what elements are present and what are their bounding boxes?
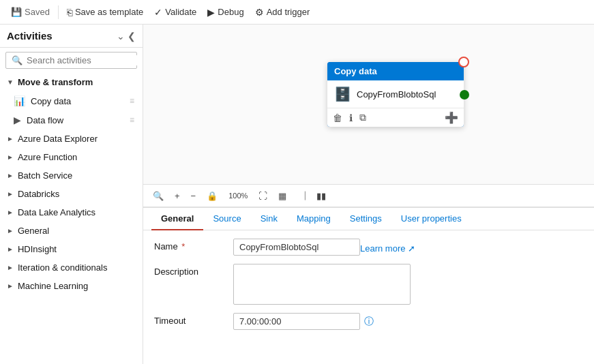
move-transform-label: Move & transform bbox=[18, 77, 93, 87]
copy-data-icon: 📊 bbox=[14, 95, 25, 106]
canvas-lock-button[interactable]: 🔒 bbox=[203, 188, 222, 204]
tab-sink[interactable]: Sink bbox=[251, 208, 287, 230]
debug-button[interactable]: ▶ Debug bbox=[202, 4, 249, 20]
description-label: Description bbox=[154, 264, 222, 277]
iteration-conditionals-chevron: ► bbox=[7, 264, 14, 271]
machine-learning-chevron: ► bbox=[7, 282, 14, 290]
move-transform-header[interactable]: ▼ Move & transform bbox=[0, 73, 143, 91]
canvas-add-button[interactable]: + bbox=[170, 188, 184, 204]
sidebar-item-data-flow[interactable]: ▶ Data flow ≡ bbox=[0, 110, 143, 130]
add-trigger-label: Add trigger bbox=[267, 7, 310, 17]
save-template-button[interactable]: ⎗ Save as template bbox=[61, 4, 149, 20]
tab-user-properties[interactable]: User properties bbox=[391, 208, 471, 230]
save-template-label: Save as template bbox=[75, 7, 143, 17]
azure-data-explorer-chevron: ► bbox=[7, 135, 14, 142]
canvas-fit-button[interactable]: ⛶ bbox=[254, 188, 271, 204]
timeout-info-icon[interactable]: ⓘ bbox=[364, 316, 374, 328]
node-info-icon[interactable]: ℹ bbox=[349, 112, 353, 123]
toolbar-divider-1 bbox=[58, 5, 59, 19]
copy-data-label: Copy data bbox=[31, 96, 71, 106]
sidebar-item-iteration-conditionals[interactable]: ► Iteration & conditionals bbox=[0, 258, 143, 277]
learn-more-label: Learn more bbox=[360, 243, 405, 254]
general-chevron: ► bbox=[7, 227, 14, 234]
properties-panel: General Source Sink Mapping Settings Use… bbox=[143, 207, 594, 364]
activity-node-footer: 🗑 ℹ ⧉ ➕ bbox=[327, 108, 464, 127]
node-delete-icon[interactable]: 🗑 bbox=[333, 112, 342, 123]
search-box[interactable]: 🔍 bbox=[5, 52, 137, 69]
pipeline-canvas[interactable]: Copy data 🗄️ CopyFromBlobtoSql 🗑 ℹ ⧉ ➕ bbox=[143, 25, 594, 185]
timeout-input-row: ⓘ bbox=[233, 313, 374, 330]
learn-more-link[interactable]: Learn more ➚ bbox=[360, 241, 415, 254]
debug-icon: ▶ bbox=[207, 7, 215, 18]
tab-mapping-label: Mapping bbox=[297, 213, 331, 224]
sidebar-collapse-icon[interactable]: ⌄ bbox=[117, 31, 125, 42]
databricks-chevron: ► bbox=[7, 190, 14, 198]
machine-learning-label: Machine Learning bbox=[18, 281, 88, 291]
canvas-select-icon: ▦ bbox=[278, 191, 286, 201]
timeout-label: Timeout bbox=[154, 313, 222, 326]
node-error-indicator bbox=[458, 57, 469, 67]
node-add-activity-icon[interactable]: ➕ bbox=[445, 111, 458, 124]
activity-node-body: 🗄️ CopyFromBlobtoSql bbox=[327, 80, 464, 108]
learn-more-icon: ➚ bbox=[408, 243, 415, 254]
canvas-minus-icon: − bbox=[191, 191, 196, 201]
tab-source[interactable]: Source bbox=[203, 208, 250, 230]
sidebar-pin-icon[interactable]: ❮ bbox=[128, 31, 136, 42]
data-flow-icon: ▶ bbox=[14, 115, 21, 125]
move-transform-chevron: ▼ bbox=[7, 78, 14, 86]
name-input[interactable] bbox=[233, 239, 360, 256]
batch-service-chevron: ► bbox=[7, 172, 14, 179]
canvas-zoom-button[interactable]: 100% bbox=[224, 189, 252, 202]
canvas-lock-icon: 🔒 bbox=[207, 191, 218, 201]
tab-mapping[interactable]: Mapping bbox=[287, 208, 340, 230]
main-layout: Activities ⌄ ❮ 🔍 ▼ Move & transform 📊 Co… bbox=[0, 25, 594, 364]
name-label: Name * bbox=[154, 239, 222, 252]
name-required-star: * bbox=[181, 241, 185, 252]
data-flow-label: Data flow bbox=[27, 115, 63, 125]
hdinsight-label: HDInsight bbox=[18, 244, 57, 254]
sidebar-item-azure-function[interactable]: ► Azure Function bbox=[0, 148, 143, 166]
iteration-conditionals-label: Iteration & conditionals bbox=[18, 262, 108, 273]
node-copy-icon[interactable]: ⧉ bbox=[359, 112, 366, 123]
add-trigger-icon: ⚙ bbox=[255, 7, 264, 18]
sidebar-item-azure-data-explorer[interactable]: ► Azure Data Explorer bbox=[0, 130, 143, 148]
batch-service-label: Batch Service bbox=[18, 170, 72, 181]
tab-settings[interactable]: Settings bbox=[340, 208, 391, 230]
sidebar-item-general[interactable]: ► General bbox=[0, 222, 143, 240]
canvas-arrange-button[interactable]: ⎹ bbox=[293, 187, 310, 204]
properties-content: Name * Learn more ➚ Description bbox=[143, 230, 594, 364]
data-lake-analytics-label: Data Lake Analytics bbox=[18, 207, 95, 217]
canvas-search-button[interactable]: 🔍 bbox=[149, 188, 168, 204]
saved-status: 💾 Saved bbox=[5, 4, 55, 20]
sidebar-item-copy-data[interactable]: 📊 Copy data ≡ bbox=[0, 91, 143, 110]
canvas-more-button[interactable]: ▮▮ bbox=[312, 188, 330, 204]
description-input[interactable] bbox=[233, 264, 411, 305]
sidebar-item-batch-service[interactable]: ► Batch Service bbox=[0, 166, 143, 185]
activity-node-name: CopyFromBlobtoSql bbox=[357, 89, 436, 100]
timeout-row: Timeout ⓘ bbox=[154, 313, 583, 330]
timeout-input[interactable] bbox=[233, 313, 360, 330]
tab-user-properties-label: User properties bbox=[401, 213, 462, 224]
hdinsight-chevron: ► bbox=[7, 245, 14, 253]
activity-node-copy-data[interactable]: Copy data 🗄️ CopyFromBlobtoSql 🗑 ℹ ⧉ ➕ bbox=[327, 62, 464, 127]
canvas-minus-button[interactable]: − bbox=[187, 188, 201, 204]
tab-settings-label: Settings bbox=[350, 213, 382, 224]
validate-button[interactable]: ✓ Validate bbox=[149, 4, 202, 20]
sidebar-item-data-lake-analytics[interactable]: ► Data Lake Analytics bbox=[0, 203, 143, 222]
canvas-select-button[interactable]: ▦ bbox=[274, 188, 291, 204]
search-input[interactable] bbox=[27, 55, 141, 65]
validate-label: Validate bbox=[165, 7, 196, 17]
name-input-row: Learn more ➚ bbox=[233, 239, 415, 256]
properties-tabs: General Source Sink Mapping Settings Use… bbox=[143, 208, 594, 230]
sidebar-item-databricks[interactable]: ► Databricks bbox=[0, 185, 143, 203]
debug-label: Debug bbox=[218, 7, 243, 17]
save-template-icon: ⎗ bbox=[67, 7, 72, 18]
canvas-search-icon: 🔍 bbox=[153, 191, 164, 201]
add-trigger-button[interactable]: ⚙ Add trigger bbox=[250, 4, 316, 20]
search-icon: 🔍 bbox=[12, 55, 23, 65]
tab-general[interactable]: General bbox=[151, 208, 203, 230]
saved-label: Saved bbox=[25, 7, 50, 17]
azure-data-explorer-label: Azure Data Explorer bbox=[18, 134, 98, 144]
sidebar-item-hdinsight[interactable]: ► HDInsight bbox=[0, 240, 143, 258]
sidebar-item-machine-learning[interactable]: ► Machine Learning bbox=[0, 277, 143, 295]
